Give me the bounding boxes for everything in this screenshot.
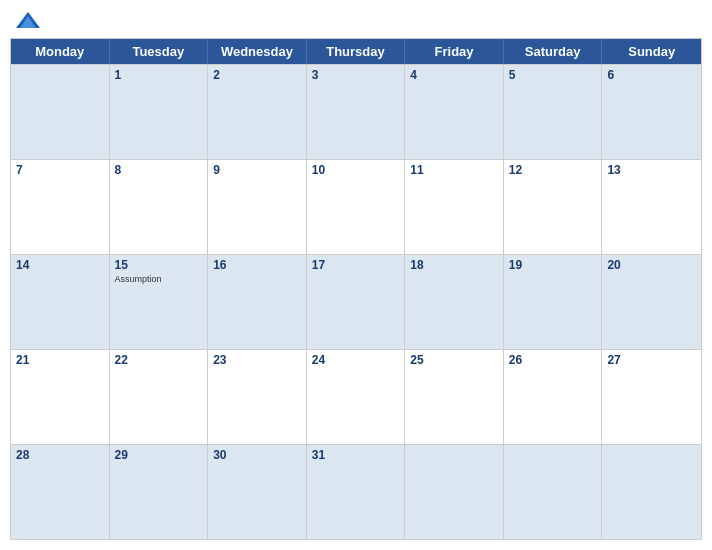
day-cell: 12: [504, 160, 603, 254]
calendar: MondayTuesdayWednesdayThursdayFridaySatu…: [10, 38, 702, 540]
week-row: 21222324252627: [11, 349, 701, 444]
day-cell: 6: [602, 65, 701, 159]
day-number: 29: [115, 448, 203, 462]
day-cell: 20: [602, 255, 701, 349]
week-row: 123456: [11, 64, 701, 159]
day-cell: 26: [504, 350, 603, 444]
day-cell: 8: [110, 160, 209, 254]
day-number: 5: [509, 68, 597, 82]
week-row: 28293031: [11, 444, 701, 539]
day-number: 4: [410, 68, 498, 82]
day-cell: 1: [110, 65, 209, 159]
day-cell: 15Assumption: [110, 255, 209, 349]
day-cell: 13: [602, 160, 701, 254]
day-cell: 19: [504, 255, 603, 349]
day-number: 11: [410, 163, 498, 177]
day-cell: 4: [405, 65, 504, 159]
day-number: 6: [607, 68, 696, 82]
day-number: 28: [16, 448, 104, 462]
day-number: 12: [509, 163, 597, 177]
day-number: 8: [115, 163, 203, 177]
day-number: 19: [509, 258, 597, 272]
day-cell: 31: [307, 445, 406, 539]
day-cell: 16: [208, 255, 307, 349]
day-cell: [405, 445, 504, 539]
day-headers: MondayTuesdayWednesdayThursdayFridaySatu…: [11, 39, 701, 64]
calendar-header: [10, 10, 702, 32]
logo-icon: [14, 10, 42, 32]
day-cell: 3: [307, 65, 406, 159]
day-number: 18: [410, 258, 498, 272]
day-cell: 22: [110, 350, 209, 444]
day-cell: 30: [208, 445, 307, 539]
day-cell: 11: [405, 160, 504, 254]
day-number: 13: [607, 163, 696, 177]
day-number: 21: [16, 353, 104, 367]
day-number: 10: [312, 163, 400, 177]
day-number: 24: [312, 353, 400, 367]
day-number: 27: [607, 353, 696, 367]
logo-area: [14, 10, 44, 32]
day-header-thursday: Thursday: [307, 39, 406, 64]
day-header-tuesday: Tuesday: [110, 39, 209, 64]
day-number: 14: [16, 258, 104, 272]
day-cell: [504, 445, 603, 539]
day-cell: 25: [405, 350, 504, 444]
day-header-friday: Friday: [405, 39, 504, 64]
day-number: 9: [213, 163, 301, 177]
day-cell: 27: [602, 350, 701, 444]
day-number: 7: [16, 163, 104, 177]
day-cell: 18: [405, 255, 504, 349]
day-header-monday: Monday: [11, 39, 110, 64]
day-cell: 14: [11, 255, 110, 349]
day-cell: 23: [208, 350, 307, 444]
day-number: 23: [213, 353, 301, 367]
day-number: 25: [410, 353, 498, 367]
day-cell: [602, 445, 701, 539]
day-number: 31: [312, 448, 400, 462]
day-number: 15: [115, 258, 203, 272]
day-cell: 7: [11, 160, 110, 254]
day-number: 16: [213, 258, 301, 272]
holiday-label: Assumption: [115, 274, 203, 284]
day-cell: 2: [208, 65, 307, 159]
day-cell: 10: [307, 160, 406, 254]
day-header-sunday: Sunday: [602, 39, 701, 64]
day-cell: 9: [208, 160, 307, 254]
day-cell: 29: [110, 445, 209, 539]
day-header-saturday: Saturday: [504, 39, 603, 64]
day-cell: 17: [307, 255, 406, 349]
day-number: 20: [607, 258, 696, 272]
day-cell: 28: [11, 445, 110, 539]
day-cell: 21: [11, 350, 110, 444]
day-number: 17: [312, 258, 400, 272]
day-number: 1: [115, 68, 203, 82]
week-row: 1415Assumption1617181920: [11, 254, 701, 349]
day-header-wednesday: Wednesday: [208, 39, 307, 64]
day-number: 22: [115, 353, 203, 367]
week-row: 78910111213: [11, 159, 701, 254]
day-cell: 24: [307, 350, 406, 444]
day-cell: 5: [504, 65, 603, 159]
day-number: 26: [509, 353, 597, 367]
day-number: 2: [213, 68, 301, 82]
day-number: 3: [312, 68, 400, 82]
day-cell: [11, 65, 110, 159]
day-number: 30: [213, 448, 301, 462]
weeks: 123456789101112131415Assumption161718192…: [11, 64, 701, 539]
